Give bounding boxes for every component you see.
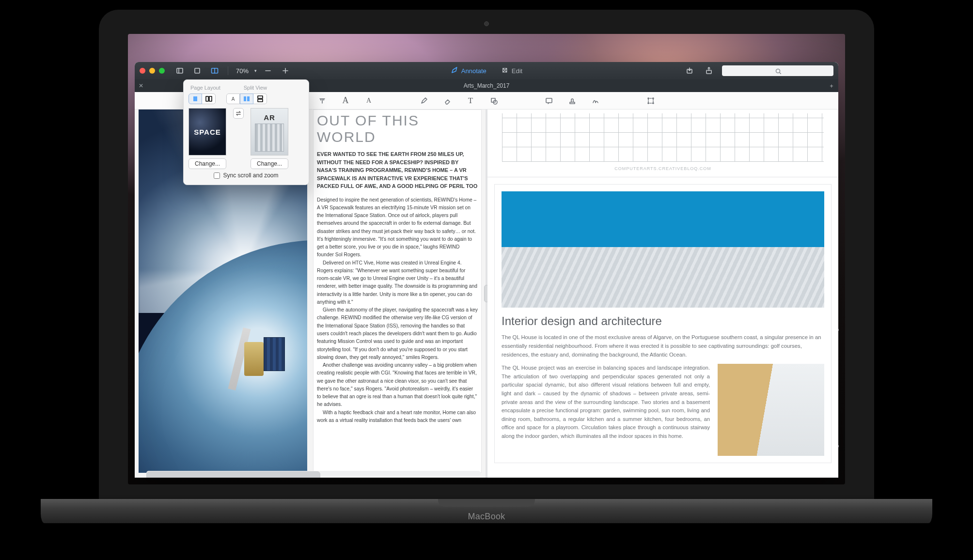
svg-rect-0 [177,68,183,73]
left-doc-page-text: OUT OF THIS WORLD EVER WANTED TO SEE THE… [313,109,482,473]
laptop-screen: 70% ▾ Annotate Edit [128,34,845,484]
eraser-tool[interactable] [442,95,453,106]
camera [484,21,489,26]
architecture-body: The QL House project was an exercise in … [502,364,710,456]
right-pane[interactable]: COMPUTERARTS.CREATIVEBLOQ.COM Interior d… [487,109,838,478]
split-view-segmented: A [226,93,267,104]
pen-tool[interactable] [419,95,429,106]
svg-point-10 [776,69,780,73]
split-view-heading: Split View [244,85,267,91]
close-window-button[interactable] [140,68,145,74]
page-layout-button[interactable] [191,65,204,76]
font-small-tool[interactable]: A [363,95,374,106]
page-layout-icon [193,67,201,75]
macbook-base: MacBook [41,499,932,523]
article-body: Designed to inspire the next generation … [317,196,478,425]
svg-point-18 [653,98,654,99]
svg-point-19 [648,103,649,104]
change-doc-right-button[interactable]: Change... [251,158,288,169]
change-doc-left-button[interactable]: Change... [188,158,226,169]
article-headline: OUT OF THIS WORLD [317,112,478,145]
stamp-icon [568,97,576,105]
swap-docs-button[interactable] [233,108,244,119]
fullscreen-window-button[interactable] [159,68,165,74]
screen-bezel: 70% ▾ Annotate Edit [99,10,874,499]
window-controls [140,68,165,74]
two-page-option[interactable] [202,93,216,104]
signature-tool[interactable] [590,95,601,106]
annotate-mode-button[interactable]: Annotate [451,66,486,76]
split-horizontal-option[interactable] [240,93,253,104]
svg-line-11 [780,73,781,74]
architecture-photo [502,191,824,308]
view-options-popover: Page Layout Split View A [183,79,309,185]
search-icon [775,68,781,74]
pdf-app-window: 70% ▾ Annotate Edit [135,62,838,478]
mode-switcher: Annotate Edit [451,66,522,76]
sidebar-toggle-button[interactable] [173,65,186,76]
text-style-icon [318,97,326,105]
split-view-button[interactable] [208,65,221,76]
page-layout-segmented [188,93,216,104]
text-tool[interactable]: T [465,95,476,106]
share-button[interactable] [703,65,715,76]
svg-rect-14 [546,98,552,103]
font-large-tool[interactable]: A [340,95,351,106]
svg-rect-26 [258,96,263,98]
import-icon [686,67,693,75]
doc-thumb-right[interactable]: AR [251,108,288,156]
window-titlebar: 70% ▾ Annotate Edit [135,62,838,79]
svg-rect-25 [247,96,250,101]
svg-rect-2 [195,68,200,73]
split-h-icon [243,96,250,102]
search-input[interactable] [722,65,833,76]
tab-title[interactable]: Arts_March_2017 [464,82,510,89]
svg-rect-24 [244,96,246,101]
text-style-tool[interactable] [317,95,328,106]
scrollbar-thumb[interactable] [146,471,320,478]
architecture-title: Interior design and architecture [502,314,824,328]
svg-rect-15 [570,102,575,104]
sync-scroll-checkbox[interactable]: Sync scroll and zoom [188,172,304,179]
note-icon [545,97,553,105]
architecture-lead: The QL House is located in one of the mo… [502,333,824,359]
tab-close-button[interactable]: ✕ [135,82,147,89]
left-scrollbar[interactable] [146,471,481,476]
swap-icon [235,110,241,116]
macbook-brand: MacBook [468,512,505,522]
drawing-caption: COMPUTERARTS.CREATIVEBLOQ.COM [487,166,838,171]
zoom-in-button[interactable] [279,65,292,76]
selection-tool[interactable] [645,95,656,106]
zoom-level-dropdown[interactable]: 70% [236,67,249,75]
zoom-out-button[interactable] [262,65,274,76]
edit-label: Edit [512,67,522,75]
svg-rect-23 [209,96,212,101]
split-vertical-option[interactable] [253,93,267,104]
signature-icon [592,97,599,105]
split-v-icon [257,95,263,102]
two-page-icon [205,96,212,102]
single-page-icon [192,96,198,102]
doc-thumb-left[interactable]: SPACE [188,108,226,156]
minimize-window-button[interactable] [149,68,155,74]
eraser-icon [443,97,451,105]
edit-mode-button[interactable]: Edit [501,66,522,76]
sidebar-icon [176,67,184,75]
split-preview-thumbs: SPACE Change... AR Change... [188,108,304,169]
earth-satellite-image [139,313,307,473]
import-button[interactable] [683,65,696,76]
split-off-option[interactable]: A [226,93,240,104]
new-tab-button[interactable]: ＋ [825,82,838,90]
shape-tool[interactable] [488,95,499,106]
stamp-tool[interactable] [567,95,578,106]
sync-checkbox-input[interactable] [214,172,220,179]
single-page-option[interactable] [188,93,202,104]
svg-point-17 [648,98,649,99]
edit-icon [501,66,509,76]
article-intro: EVER WANTED TO SEE THE EARTH FROM 250 MI… [317,150,478,190]
elevation-drawing: COMPUTERARTS.CREATIVEBLOQ.COM [487,109,838,177]
architecture-article: Interior design and architecture The QL … [494,184,832,463]
svg-rect-22 [206,96,208,101]
plus-icon [282,67,289,75]
note-tool[interactable] [544,95,554,106]
